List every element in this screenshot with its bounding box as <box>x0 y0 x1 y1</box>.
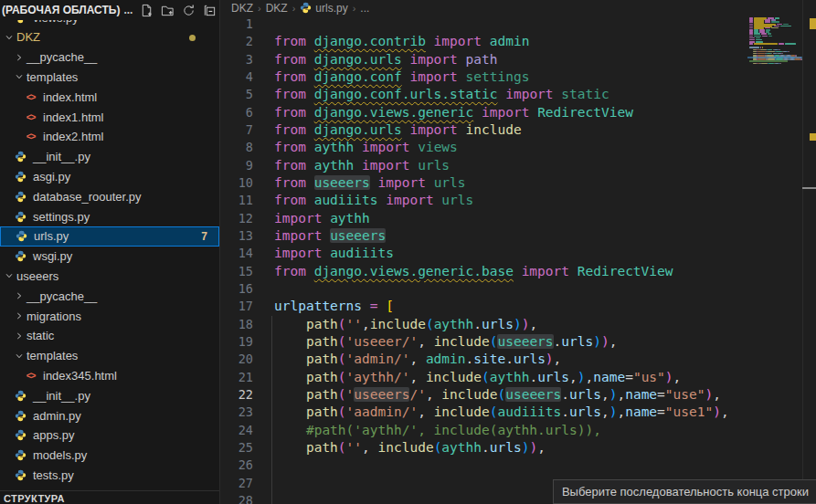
code-text: from django.views.generic import Redirec… <box>274 104 633 121</box>
tree-item-index2-html[interactable]: <>index2.html <box>0 127 219 147</box>
code-line-2[interactable]: 2from django.contrib import admin <box>220 33 816 50</box>
code-line-24[interactable]: 24 #path('aythh/', include(aythh.urls)), <box>220 422 816 439</box>
code-text: path('', include(aythh.urls)), <box>274 439 546 457</box>
line-number: 5 <box>220 86 253 103</box>
code-text: from django.views.generic.base import Re… <box>274 263 673 280</box>
code-line-7[interactable]: 7from django.urls import include <box>220 121 816 139</box>
line-number: 22 <box>220 386 253 404</box>
tree-item--init-py[interactable]: __init__.py <box>0 147 219 167</box>
line-number: 10 <box>220 174 253 192</box>
line-number: 6 <box>220 104 253 121</box>
tree-item-models-py[interactable]: models.py <box>0 446 219 466</box>
tree-item-wsgi-py[interactable]: wsgi.py <box>0 247 219 267</box>
code-line-23[interactable]: 23 path('aadmin/', include(audiiits.urls… <box>220 404 816 421</box>
tree-item-asgi-py[interactable]: asgi.py <box>0 166 219 186</box>
code-line-17[interactable]: 17urlpatterns = [ <box>220 298 816 315</box>
breadcrumb-item[interactable]: ... <box>360 2 369 15</box>
tree-item-static[interactable]: static <box>0 326 219 346</box>
code-line-12[interactable]: 12import aythh <box>220 210 816 227</box>
code-line-14[interactable]: 14import audiiits <box>220 245 816 262</box>
overview-ruler[interactable] <box>802 0 816 504</box>
code-line-11[interactable]: 11from audiiits import urls <box>220 192 816 209</box>
code-line-16[interactable]: 16 <box>220 280 816 298</box>
code-line-18[interactable]: 18 path('',include(aythh.urls)), <box>220 316 816 333</box>
code-line-10[interactable]: 10from useeers import urls <box>220 174 816 192</box>
code-line-4[interactable]: 4from django.conf import settings <box>220 68 816 86</box>
tree-item-DKZ[interactable]: DKZ <box>0 27 219 47</box>
html-icon: <> <box>24 369 37 382</box>
tree-item-tests-py[interactable]: tests.py <box>0 465 219 485</box>
breadcrumb-separator-icon: › <box>353 3 356 14</box>
refresh-icon[interactable] <box>181 3 196 17</box>
code-text: path('aadmin/', include(audiiits.urls,),… <box>274 404 729 421</box>
code-text: path('useeers/', include(useeers.urls,),… <box>274 386 721 404</box>
code-line-6[interactable]: 6from django.views.generic import Redire… <box>220 104 816 121</box>
tree-item-templates[interactable]: templates <box>0 67 219 87</box>
code-text: from django.urls import include <box>274 121 522 139</box>
tree-item-index-html[interactable]: <>index.html <box>0 87 219 107</box>
tree-item-database-roouter-py[interactable]: database_roouter.py <box>0 186 219 206</box>
python-icon <box>14 250 27 263</box>
python-icon <box>14 389 27 402</box>
code-line-9[interactable]: 9from aythh import urls <box>220 157 816 174</box>
tree-item--pycache-[interactable]: __pycache__ <box>0 286 219 306</box>
code-line-3[interactable]: 3from django.urls import path <box>220 51 816 68</box>
python-icon <box>14 449 27 462</box>
tree-item-label: urls.py <box>34 229 69 243</box>
warning-marker <box>810 133 816 141</box>
tree-item-label: index1.html <box>43 110 103 124</box>
outline-label: СТРУКТУРА <box>0 493 65 504</box>
code-text: import audiiits <box>274 245 394 262</box>
python-icon <box>300 2 312 14</box>
code-line-20[interactable]: 20 path('admin/', admin.site.urls), <box>220 351 816 368</box>
tree-item-index345-html[interactable]: <>index345.html <box>0 365 219 385</box>
python-icon <box>14 429 27 442</box>
line-number: 28 <box>220 492 253 504</box>
line-number: 25 <box>220 439 253 457</box>
more-actions-icon[interactable]: ... <box>123 4 132 16</box>
breadcrumb-item[interactable]: DKZ <box>266 2 288 15</box>
code-line-5[interactable]: 5from django.conf.urls.static import sta… <box>220 86 816 103</box>
code-line-19[interactable]: 19 path('useeer/', include(useeers.urls)… <box>220 333 816 351</box>
tree-item--pycache-[interactable]: __pycache__ <box>0 47 219 68</box>
breadcrumb-item[interactable]: DKZ <box>231 2 253 15</box>
statusbar-tooltip: Выберите последовательность конца строки <box>553 479 816 504</box>
tree-item-migrations[interactable]: migrations <box>0 306 219 326</box>
code-text: from aythh import views <box>274 139 458 156</box>
outline-section-header[interactable]: СТРУКТУРА <box>0 490 219 504</box>
minimap[interactable] <box>747 0 802 504</box>
code-line-26[interactable]: 26 <box>220 457 816 474</box>
code-line-1[interactable]: 1 <box>220 16 816 33</box>
code-line-22[interactable]: 22 path('useeers/', include(useeers.urls… <box>220 386 816 404</box>
new-file-icon[interactable] <box>139 3 154 17</box>
ruler-viewport-marker <box>802 187 816 189</box>
explorer-section-header[interactable]: (РАБОЧАЯ ОБЛАСТЬ) ... <box>0 0 219 20</box>
code-line-8[interactable]: 8from aythh import views <box>220 139 816 156</box>
chevron-right-icon <box>14 331 25 341</box>
collapse-all-icon[interactable] <box>202 3 217 17</box>
code-text: from django.conf import settings <box>274 68 529 86</box>
code-line-21[interactable]: 21 path('aythh/', include(aythh.urls,),n… <box>220 369 816 386</box>
tree-item-urls-py[interactable]: urls.py7 <box>0 226 219 247</box>
line-number: 1 <box>220 16 253 33</box>
tree-item-apps-py[interactable]: apps.py <box>0 425 219 446</box>
chevron-right-icon <box>14 52 25 63</box>
code-area[interactable]: 12from django.contrib import admin3from … <box>220 16 816 504</box>
tree-item-admin-py[interactable]: admin.py <box>0 405 219 425</box>
breadcrumb: DKZ›DKZ›urls.py›... <box>220 0 816 16</box>
code-line-13[interactable]: 13import useeers <box>220 227 816 245</box>
new-folder-icon[interactable] <box>160 3 175 17</box>
tree-item--init-py[interactable]: __init__.py <box>0 385 219 405</box>
line-number: 23 <box>220 404 253 421</box>
code-line-15[interactable]: 15from django.views.generic.base import … <box>220 263 816 280</box>
tree-item-label: index345.html <box>43 369 117 383</box>
tree-item-useeers[interactable]: useeers <box>0 266 219 286</box>
code-line-25[interactable]: 25 path('', include(aythh.urls)), <box>220 439 816 457</box>
tree-item-index1-html[interactable]: <>index1.html <box>0 107 219 127</box>
tree-item-templates[interactable]: templates <box>0 346 219 366</box>
code-text: urlpatterns = [ <box>274 298 394 315</box>
tree-item-settings-py[interactable]: settings.py <box>0 206 219 226</box>
breadcrumb-item[interactable]: urls.py <box>300 2 347 15</box>
line-number: 19 <box>220 333 253 351</box>
line-number: 11 <box>220 192 253 209</box>
